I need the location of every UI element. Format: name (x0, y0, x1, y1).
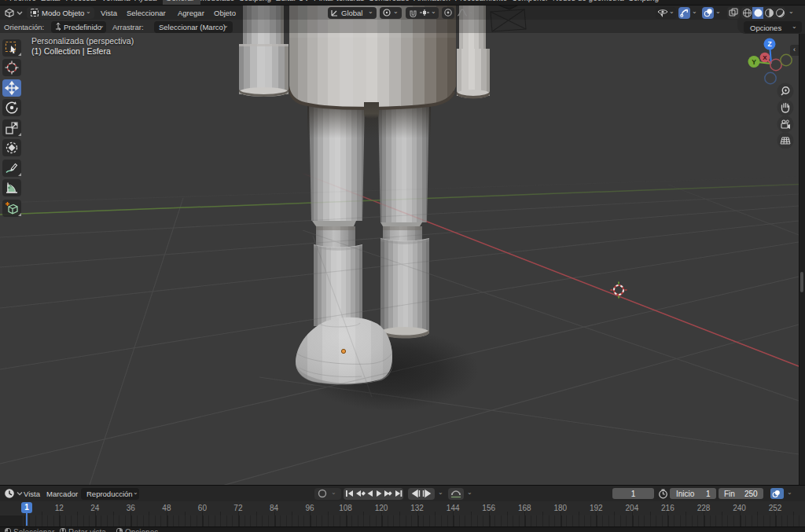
svg-text:Z: Z (767, 40, 771, 48)
svg-text:X: X (763, 54, 767, 61)
svg-text:Y: Y (752, 58, 756, 66)
